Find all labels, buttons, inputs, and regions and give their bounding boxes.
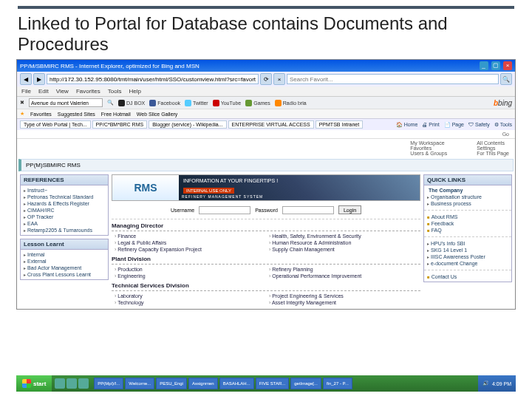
ref-item[interactable]: Petronas Technical Standard [24, 194, 105, 200]
url-input[interactable] [47, 74, 259, 84]
start-button[interactable]: start [16, 375, 52, 392]
task-item[interactable]: Welcome... [125, 378, 154, 389]
tsd-link[interactable]: Laboratory [115, 293, 263, 299]
link-users[interactable]: Users & Groups [410, 151, 447, 156]
ql-link[interactable]: e-document Change [427, 260, 508, 267]
ref-item[interactable]: CIMAH/IRC [24, 207, 105, 214]
link-settings[interactable]: Settings [477, 146, 509, 151]
chip-youtube[interactable]: YouTube [213, 100, 242, 106]
login-button[interactable]: Login [338, 205, 361, 214]
maximize-icon[interactable]: ▢ [491, 61, 500, 70]
ref-item[interactable]: Hazards & Effects Register [24, 200, 105, 207]
ref-item[interactable]: EAA [24, 220, 105, 227]
fav-webslice[interactable]: Web Slice Gallery [137, 112, 178, 117]
tool-safety[interactable]: 🛡 Safety [468, 122, 490, 128]
ql-link[interactable]: Contact Us [427, 273, 508, 280]
fav-hotmail[interactable]: Free Hotmail [101, 112, 131, 117]
md-link[interactable]: Legal & Public Affairs [115, 239, 263, 246]
md-link[interactable]: Health, Safety, Environment & Security [269, 233, 417, 239]
ql-link[interactable]: Business process [427, 200, 508, 207]
chip-djbox[interactable]: DJ BOX [118, 100, 145, 106]
ql-ie-icon[interactable] [55, 378, 65, 389]
task-item[interactable]: getImage[... [290, 378, 321, 389]
tab-1[interactable]: PP/C*BM*BRC RMS [92, 120, 148, 129]
browser-window: PP/M/SBMIRC RMS - Internet Explorer, opt… [16, 59, 516, 310]
task-item[interactable]: BASAHLAH... [219, 378, 254, 389]
tray-icon[interactable]: 🔊 [482, 381, 489, 386]
search-input[interactable] [287, 74, 499, 84]
tsd-link[interactable]: Asset Integrity Management [269, 299, 417, 306]
chip-radio[interactable]: Radio bria [275, 100, 307, 106]
tab-2[interactable]: Blogger (service) - Wikipedia... [149, 120, 226, 129]
ql-link[interactable]: FAQ [427, 227, 508, 233]
favorites-star-icon[interactable]: ★ [20, 111, 24, 117]
refresh-icon[interactable]: ⟳ [260, 73, 272, 85]
plant-link[interactable]: Operational Performance Improvement [269, 273, 417, 279]
ref-item[interactable]: Instruct~ [24, 187, 105, 194]
ql-app-icon[interactable] [66, 378, 77, 389]
md-link[interactable]: Refinery Capacity Expansion Project [115, 246, 263, 253]
task-item[interactable]: Assignmen [188, 378, 218, 389]
plant-link[interactable]: Refinery Planning [269, 266, 417, 273]
search-strip: Go [17, 130, 515, 139]
link-favorites[interactable]: Favorites [410, 146, 447, 151]
menu-help[interactable]: Help [129, 88, 140, 95]
task-item[interactable]: FIVE STAR... [256, 378, 290, 389]
lesson-item[interactable]: Cross Plant Lessons Learnt [24, 271, 105, 278]
tool-tools[interactable]: ⚙ Tools [494, 122, 512, 128]
fav-suggested[interactable]: Suggested Sites [58, 112, 95, 117]
lesson-item[interactable]: Internal [24, 251, 105, 258]
md-link[interactable]: Supply Chain Management [269, 246, 417, 253]
md-link[interactable]: Finance [115, 233, 263, 239]
ql-link[interactable]: HPU's Info SBI [427, 240, 508, 247]
close-icon[interactable]: × [503, 61, 512, 70]
tab-0[interactable]: Type of Web Portal | Tech... [20, 120, 91, 129]
chip-facebook[interactable]: Facebook [149, 100, 180, 106]
system-tray[interactable]: 🔊 4:09 PM [478, 375, 516, 392]
username-input[interactable] [199, 206, 250, 214]
ql-link[interactable]: Organisation structure [427, 194, 508, 200]
tool-page[interactable]: 📄 Page [444, 122, 464, 128]
tool-print[interactable]: 🖨 Print [422, 122, 439, 128]
x-icon[interactable]: ✖ [20, 100, 24, 106]
menu-view[interactable]: View [56, 88, 69, 95]
ql-link[interactable]: IIISC Awareness Poster [427, 253, 508, 260]
forward-icon[interactable]: ▶ [33, 73, 45, 85]
ref-item[interactable]: Retamp2205 & Turnarounds [24, 227, 105, 233]
search-go-icon[interactable]: 🔍 [107, 100, 114, 106]
tsd-link[interactable]: Technology [115, 299, 263, 306]
link-contents[interactable]: All Contents [477, 140, 509, 146]
chip-twitter[interactable]: Twitter [185, 100, 208, 106]
menu-favorites[interactable]: Favorites [76, 88, 100, 95]
search-icon[interactable]: 🔍 [500, 73, 512, 85]
link-thispage[interactable]: For This Page [477, 151, 509, 156]
lesson-item[interactable]: External [24, 258, 105, 265]
plant-link[interactable]: Engineering [115, 273, 263, 279]
tsd-link[interactable]: Project Engineering & Services [269, 293, 417, 299]
ql-link[interactable]: About RMS [427, 214, 508, 220]
stop-icon[interactable]: × [273, 73, 285, 85]
password-input[interactable] [282, 206, 334, 214]
md-link[interactable]: Human Resource & Administration [269, 239, 417, 246]
ql-app-icon[interactable] [78, 378, 89, 389]
back-icon[interactable]: ◀ [20, 73, 32, 85]
ql-link[interactable]: SKG 14 Level 1 [427, 247, 508, 253]
menu-edit[interactable]: Edit [38, 88, 49, 95]
lesson-item[interactable]: Bad Actor Management [24, 265, 105, 271]
task-item[interactable]: PP(Mpl)/I... [94, 378, 123, 389]
tab-4[interactable]: PPMTSB Intranet [316, 120, 363, 129]
tool-home[interactable]: 🏠 Home [396, 122, 418, 128]
tab-3[interactable]: ENTERPRISE VIRTUAL ACCESS [228, 120, 314, 129]
menu-file[interactable]: File [21, 88, 31, 95]
plant-link[interactable]: Production [115, 266, 263, 273]
chip-games[interactable]: Games [245, 100, 270, 106]
favorites-label[interactable]: Favorites [30, 112, 52, 117]
ql-link[interactable]: Feedback [427, 220, 508, 227]
minimize-icon[interactable]: _ [480, 61, 488, 70]
menu-tools[interactable]: Tools [108, 88, 122, 95]
toolbar-search-input[interactable] [29, 98, 103, 107]
task-item[interactable]: PESU_Engi [156, 378, 187, 389]
ref-item[interactable]: OP Tracker [24, 214, 105, 220]
task-item[interactable]: fin_27 - P... [323, 378, 352, 389]
link-workspace[interactable]: My Workspace [410, 140, 447, 146]
